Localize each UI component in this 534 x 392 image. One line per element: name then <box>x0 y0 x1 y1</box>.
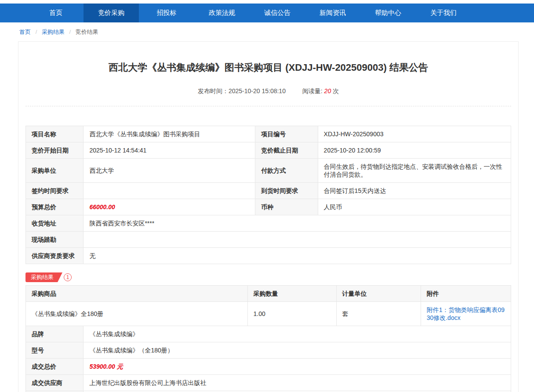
result-badge: 采购结果 <box>25 272 62 282</box>
table-row: 项目名称 西北大学《丛书集成续编》图书采购项目 项目编号 XDJJ-HW-202… <box>26 126 511 142</box>
budget-total-label: 预算总价 <box>26 199 84 215</box>
nav-item-integrity-notice[interactable]: 诚信公告 <box>250 4 305 22</box>
site-survey-label: 现场踏勘 <box>26 232 84 248</box>
table-header-row: 采购商品 采购数量 计量单位 附件 <box>26 286 511 302</box>
breadcrumb: 首页 / 采购结果 / 竞价结果 <box>0 22 534 40</box>
brand-label: 品牌 <box>26 326 84 342</box>
article-meta: 发布时间：2025-10-20 15:08:10 阅读量: 20 次 <box>25 87 511 95</box>
breadcrumb-home-link[interactable]: 首页 <box>19 29 31 35</box>
table-row: 签约时间要求 到货时间要求 合同签订后15天内送达 <box>26 183 511 199</box>
views-unit: 次 <box>333 87 339 94</box>
delivery-time-value: 合同签订后15天内送达 <box>318 183 511 199</box>
product-table: 采购商品 采购数量 计量单位 附件 《丛书集成续编》全180册 1.00 套 附… <box>25 285 511 326</box>
budget-total-value: 66000.00 <box>84 199 255 215</box>
deal-details-table: 品牌 《丛书集成续编》 型号 《丛书集成续编》（全180册） 成交总价 5390… <box>25 326 511 392</box>
nav-item-home[interactable]: 首页 <box>28 4 84 22</box>
delivery-time-label: 到货时间要求 <box>255 183 318 199</box>
nav-item-bidding-procurement[interactable]: 竞价采购 <box>84 4 139 22</box>
table-row: 成交供应商 上海世纪出版股份有限公司上海书店出版社 <box>26 375 511 391</box>
payment-method-value: 合同生效后，待货物到达指定地点、安装调试验收合格后，一次性付清合同货款。 <box>318 159 511 183</box>
table-row: 品牌 《丛书集成续编》 <box>26 326 511 342</box>
signing-time-value <box>84 183 255 199</box>
breadcrumb-separator: / <box>69 29 71 35</box>
project-number-label: 项目编号 <box>255 126 318 142</box>
attachment-cell: 附件1：货物类响应偏离表0930修改.docx <box>421 302 511 326</box>
table-row: 竞价开始日期 2025-10-12 14:54:41 竞价截止日期 2025-1… <box>26 142 511 159</box>
table-row: 《丛书集成续编》全180册 1.00 套 附件1：货物类响应偏离表0930修改.… <box>26 302 511 326</box>
payment-method-label: 付款方式 <box>255 159 318 183</box>
winning-supplier-value: 上海世纪出版股份有限公司上海书店出版社 <box>84 375 511 391</box>
breadcrumb-current: 竞价结果 <box>76 29 98 35</box>
project-name-label: 项目名称 <box>26 126 84 142</box>
purchaser-label: 采购单位 <box>26 159 84 183</box>
winning-supplier-label: 成交供应商 <box>26 375 84 391</box>
project-info-table: 项目名称 西北大学《丛书集成续编》图书采购项目 项目编号 XDJJ-HW-202… <box>25 126 511 264</box>
supplier-qualification-value: 无 <box>84 248 511 264</box>
table-row: 收货地址 陕西省西安市长安区**** <box>26 215 511 232</box>
publish-time-label: 发布时间： <box>198 87 229 94</box>
views-label: 阅读量: <box>302 87 323 94</box>
product-name-header: 采购商品 <box>26 286 248 302</box>
table-row: 供应商资质要求 无 <box>26 248 511 264</box>
model-label: 型号 <box>26 342 84 359</box>
nav-item-help-center[interactable]: 帮助中心 <box>360 4 416 22</box>
purchaser-value: 西北大学 <box>84 159 255 183</box>
project-name-value: 西北大学《丛书集成续编》图书采购项目 <box>84 126 255 142</box>
table-row: 成交总价 53900.00 元 <box>26 359 511 375</box>
attachment-link[interactable]: 附件1：货物类响应偏离表0930修改.docx <box>427 306 505 321</box>
currency-label: 币种 <box>255 199 318 215</box>
result-count-badge: 1 <box>64 273 72 281</box>
currency-value: 人民币 <box>318 199 511 215</box>
model-value: 《丛书集成续编》（全180册） <box>84 342 511 359</box>
table-row: 采购单位 西北大学 付款方式 合同生效后，待货物到达指定地点、安装调试验收合格后… <box>26 159 511 183</box>
site-survey-value <box>84 232 511 248</box>
deal-price-label: 成交总价 <box>26 359 84 375</box>
attachment-header: 附件 <box>421 286 511 302</box>
nav-item-tender[interactable]: 招投标 <box>139 4 194 22</box>
delivery-address-value: 陕西省西安市长安区**** <box>84 215 511 232</box>
table-row: 现场踏勘 <box>26 232 511 248</box>
signing-time-label: 签约时间要求 <box>26 183 84 199</box>
quantity-value: 1.00 <box>247 302 336 326</box>
table-row: 型号 《丛书集成续编》（全180册） <box>26 342 511 359</box>
breadcrumb-procurement-results-link[interactable]: 采购结果 <box>42 29 65 35</box>
product-name-value: 《丛书集成续编》全180册 <box>26 302 248 326</box>
unit-value: 套 <box>336 302 421 326</box>
supplier-qualification-label: 供应商资质要求 <box>26 248 84 264</box>
bid-start-value: 2025-10-12 14:54:41 <box>84 142 255 159</box>
breadcrumb-separator: / <box>36 29 37 35</box>
quantity-header: 采购数量 <box>247 286 336 302</box>
delivery-address-label: 收货地址 <box>26 215 84 232</box>
publish-time-value: 2025-10-20 15:08:10 <box>229 87 286 94</box>
brand-value: 《丛书集成续编》 <box>84 326 511 342</box>
bid-end-label: 竞价截止日期 <box>255 142 318 159</box>
bid-start-label: 竞价开始日期 <box>26 142 84 159</box>
announcement-card: 西北大学《丛书集成续编》图书采购项目 (XDJJ-HW-202509003) 结… <box>18 41 519 392</box>
deal-price-value: 53900.00 元 <box>84 359 511 375</box>
result-badge-row: 采购结果 1 <box>25 272 511 283</box>
page-title: 西北大学《丛书集成续编》图书采购项目 (XDJJ-HW-202509003) 结… <box>30 61 507 74</box>
divider <box>25 106 511 106</box>
nav-item-news[interactable]: 新闻资讯 <box>305 4 360 22</box>
bid-end-value: 2025-10-20 12:00:59 <box>318 142 511 159</box>
views-count: 20 <box>324 87 331 94</box>
project-number-value: XDJJ-HW-202509003 <box>318 126 511 142</box>
table-row: 预算总价 66000.00 币种 人民币 <box>26 199 511 215</box>
unit-header: 计量单位 <box>336 286 421 302</box>
nav-item-policy-regulations[interactable]: 政策法规 <box>194 4 250 22</box>
top-nav: 首页 竞价采购 招投标 政策法规 诚信公告 新闻资讯 帮助中心 关于我们 <box>0 4 534 22</box>
nav-item-about-us[interactable]: 关于我们 <box>416 4 471 22</box>
